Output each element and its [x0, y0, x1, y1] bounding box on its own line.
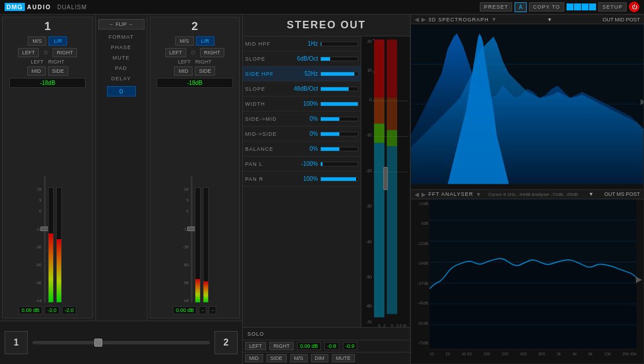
so-val-mid-side: 0% — [291, 131, 320, 137]
format-label: FORMAT — [109, 34, 134, 40]
svg-rect-18 — [387, 98, 397, 130]
so-slider-mid-side[interactable] — [320, 132, 358, 136]
ch1-side-mute[interactable]: SIDE — [48, 66, 68, 76]
ch1-right-label: RIGHT — [48, 59, 64, 65]
so-slider-width[interactable] — [320, 102, 358, 106]
svg-text:2: 2 — [383, 323, 386, 327]
so-dim-button[interactable]: DIM — [311, 354, 329, 362]
fft-expand-arrow[interactable]: ▶ — [636, 274, 642, 284]
so-slider-mid-hpf[interactable] — [320, 42, 358, 46]
ch1-mute-row: MID SIDE — [5, 66, 90, 76]
spectrograph-header: ◀ ▶ 3D SPECTROGRAPH ▼ ▼ OUT MID POST — [411, 15, 643, 24]
so-row-pan-r: PAN R 100% — [243, 172, 361, 187]
ch1-left-button[interactable]: LEFT — [18, 48, 39, 57]
so-row-balance: BALANCE 0% — [243, 142, 361, 157]
ch2-phase-row: LEFT ⊙ RIGHT — [153, 48, 238, 57]
so-mute-button[interactable]: MUTE — [332, 354, 355, 362]
ch2-side-mute[interactable]: SIDE — [195, 66, 215, 76]
phase-label: PHASE — [111, 44, 132, 50]
so-right-button[interactable]: RIGHT — [269, 342, 294, 350]
slot-indicator: A — [515, 2, 527, 12]
ch1-db-display: -18dB — [9, 78, 86, 88]
stereo-out-main: MID HPF 1Hz SLOPE 6dB/Oct SIDE HPF 52Hz … — [243, 36, 410, 327]
fft-title: FFT ANALYSER — [428, 191, 473, 197]
svg-rect-15 — [374, 124, 384, 143]
spec-prev-arrow[interactable]: ◀ — [414, 16, 419, 23]
grid-cell-2[interactable] — [574, 3, 581, 10]
delay-label: DELAY — [112, 76, 131, 81]
fft-tag: ▼ — [589, 191, 594, 197]
mute-label: MUTE — [113, 55, 130, 61]
so-ms-button[interactable]: M/S — [290, 354, 308, 362]
ch1-right-button[interactable]: RIGHT — [53, 48, 77, 57]
ch1-fader-strip[interactable] — [44, 176, 46, 303]
copy-to-button[interactable]: COPY TO — [529, 2, 564, 12]
so-slider-slope1[interactable] — [320, 57, 358, 61]
ch2-fader-track — [191, 176, 193, 303]
logo-dualism: DUALISM — [57, 4, 87, 10]
fft-next-arrow[interactable]: ▶ — [421, 191, 426, 198]
power-button[interactable]: ⏻ — [629, 2, 639, 12]
channels-top: 1 M/S L/R LEFT ⊙ RIGHT LEFT RIGHT MID SI… — [0, 14, 242, 321]
preset-button[interactable]: PRESET — [480, 2, 512, 12]
so-label-mid-side: MID->SIDE — [245, 131, 291, 137]
channel-2-panel: 2 M/S L/R LEFT ⊙ RIGHT LEFT RIGHT MID SI… — [150, 17, 240, 318]
grid-cell-1[interactable] — [567, 3, 573, 10]
ch-crossfade-handle[interactable] — [94, 339, 102, 347]
spec-next-arrow[interactable]: ▶ — [421, 16, 426, 23]
so-mid-button[interactable]: MID — [245, 354, 263, 362]
ch2-val1: - — [199, 306, 206, 314]
channel-bottom-strip: 1 2 — [0, 321, 242, 364]
ch2-right-button[interactable]: RIGHT — [200, 48, 224, 57]
logo-dmg: DMG — [5, 3, 25, 11]
so-val1: -0.8 — [324, 342, 339, 350]
ch2-left-button[interactable]: LEFT — [165, 48, 186, 57]
stereo-out-title: STEREO OUT — [243, 14, 410, 36]
ch1-lr-button[interactable]: L/R — [49, 36, 67, 46]
flip-button[interactable]: ← FLIP → — [98, 19, 145, 29]
ch-crossfade-slider[interactable] — [32, 341, 210, 344]
so-row-slope1: SLOPE 6dB/Oct — [243, 51, 361, 66]
so-fader-handle[interactable] — [383, 167, 388, 190]
ch2-fader-strip[interactable] — [191, 176, 193, 303]
channel-1-panel: 1 M/S L/R LEFT ⊙ RIGHT LEFT RIGHT MID SI… — [2, 17, 93, 318]
so-val-balance: 0% — [291, 146, 320, 152]
ch2-right-label: RIGHT — [195, 59, 212, 65]
spec-down-arrow[interactable]: ▼ — [491, 16, 497, 23]
spectrograph-panel: ◀ ▶ 3D SPECTROGRAPH ▼ ▼ OUT MID POST — [410, 14, 644, 190]
grid-selector[interactable] — [567, 3, 596, 10]
so-side-button[interactable]: SIDE — [267, 354, 287, 362]
ch2-ms-button[interactable]: M/S — [175, 36, 194, 46]
delay-value[interactable]: 0 — [107, 86, 136, 96]
setup-button[interactable]: SETUP — [598, 2, 627, 12]
spectrograph-body: ▶ — [411, 24, 643, 184]
grid-cell-3[interactable] — [582, 3, 589, 10]
so-row-pan-l: PAN L -100% — [243, 157, 361, 172]
fft-down-arrow[interactable]: ▼ — [476, 191, 482, 198]
fft-prev-arrow[interactable]: ◀ — [414, 191, 419, 198]
ch2-mid-mute[interactable]: MID — [174, 66, 193, 76]
svg-text:-40: -40 — [366, 239, 372, 244]
so-slider-pan-l[interactable] — [320, 162, 358, 166]
grid-cell-4[interactable] — [589, 3, 596, 10]
ch2-bottom-button[interactable]: 2 — [214, 331, 238, 354]
ch1-bottom-button[interactable]: 1 — [5, 331, 28, 354]
so-left-button[interactable]: LEFT — [245, 342, 266, 350]
solo-label: SOLO — [247, 331, 264, 337]
fft-chart-area — [430, 199, 636, 349]
ch2-meter-fill-l — [195, 279, 200, 302]
ch2-meter-fill-r — [203, 281, 208, 302]
ch1-mid-mute[interactable]: MID — [27, 66, 46, 76]
so-slider-side-hpf[interactable] — [320, 72, 358, 76]
flip-panel: ← FLIP → FORMAT PHASE MUTE PAD DELAY 0 — [95, 14, 147, 321]
so-slider-pan-r[interactable] — [320, 177, 358, 181]
so-row-width: WIDTH 100% — [243, 96, 361, 112]
so-label-slope1: SLOPE — [245, 56, 291, 62]
so-label-side-hpf: SIDE HPF — [245, 71, 291, 77]
ch2-lr-button[interactable]: L/R — [196, 36, 214, 46]
so-slider-balance[interactable] — [320, 147, 358, 151]
so-slider-side-mid[interactable] — [320, 117, 358, 121]
channel-1-title: 1 — [45, 20, 51, 33]
so-slider-slope2[interactable] — [320, 87, 358, 91]
ch1-ms-button[interactable]: M/S — [28, 36, 46, 46]
